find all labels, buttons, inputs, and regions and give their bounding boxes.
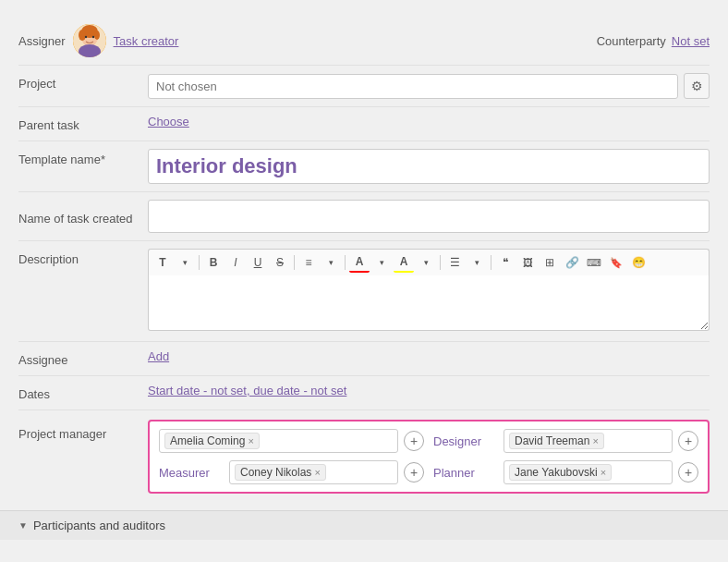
toolbar-link-btn[interactable]: 🔗 [562,252,582,273]
task-name-row: Name of task created [18,192,710,240]
parent-task-content: Choose [148,115,710,128]
participants-label: Participants and auditors [33,519,165,532]
description-label: Description [18,249,148,266]
toolbar-strike-btn[interactable]: S [270,252,290,273]
toolbar-italic-btn[interactable]: I [225,252,246,273]
designer-remove[interactable]: × [592,436,598,446]
svg-point-3 [79,30,86,41]
measurer-add-btn[interactable]: + [404,462,424,483]
form-area: Assigner [0,9,728,507]
pm-manager-add-btn[interactable]: + [404,431,424,451]
measurer-tag: Coney Nikolas × [235,464,326,481]
sep5 [491,255,491,270]
toolbar-list-dropdown-btn[interactable]: ▾ [467,252,487,273]
planner-tag: Jane Yakubovski × [509,464,612,481]
template-name-input[interactable] [148,149,710,184]
pm-section: Amelia Coming × + Designer David Treeman… [148,420,710,494]
measurer-label-inline: Measurer [159,466,224,480]
toolbar-bold-btn[interactable]: B [203,252,224,273]
svg-point-5 [84,36,86,38]
sep4 [440,255,441,270]
svg-point-4 [94,31,100,40]
planner-row: Planner Jane Yakubovski × + [433,460,698,484]
designer-name: David Treeman [515,434,589,447]
task-name-content [148,200,710,233]
choose-link[interactable]: Choose [148,115,189,128]
planner-add-btn[interactable]: + [678,462,698,483]
assignee-row: Assignee Add [18,342,710,375]
assignee-content: Add [148,349,710,363]
toolbar-list-btn[interactable]: ☰ [444,252,465,273]
measurer-row: Measurer Coney Nikolas × + [159,460,424,484]
dates-value[interactable]: Start date - not set, due date - not set [148,384,346,397]
dates-label: Dates [18,384,148,401]
task-name-label: Name of task created [18,208,148,226]
template-name-content [148,149,710,184]
avatar [73,24,106,57]
toolbar-dropdown-btn[interactable]: ▾ [175,252,195,273]
add-assignee-link[interactable]: Add [148,349,169,363]
toolbar-code-btn[interactable]: ⌨ [584,252,604,273]
toolbar-bookmark-btn[interactable]: 🔖 [606,252,626,273]
counterparty-section: Counterparty Not set [597,34,710,48]
template-name-row: Template name* [18,141,710,191]
measurer-name: Coney Nikolas [240,466,311,479]
main-container: Assigner [0,0,728,549]
toolbar-underline-btn[interactable]: U [248,252,268,273]
toolbar-align-btn[interactable]: ≡ [298,252,319,273]
measurer-tag-input: Coney Nikolas × [229,460,398,484]
designer-tag-input: David Treeman × [504,429,673,453]
toolbar-text-btn[interactable]: T [152,252,173,273]
planner-remove[interactable]: × [601,468,606,478]
description-textarea[interactable] [148,275,710,331]
template-name-label: Template name* [18,149,148,166]
toolbar-bgcolor-dropdown-btn[interactable]: ▾ [416,252,436,273]
pm-manager-tag-input: Amelia Coming × [159,429,398,453]
project-label: Project [18,73,148,91]
pm-manager-name: Amelia Coming [170,434,245,447]
participants-section-header[interactable]: ▼ Participants and auditors [0,510,728,540]
sep2 [294,255,295,270]
dates-content: Start date - not set, due date - not set [148,384,710,397]
planner-label: Planner [433,466,498,480]
pm-manager-tag: Amelia Coming × [164,433,260,449]
toolbar-bgcolor-btn[interactable]: A [394,252,414,273]
counterparty-label: Counterparty [597,34,666,48]
counterparty-value[interactable]: Not set [672,34,710,48]
toolbar-fontcolor-btn[interactable]: A [349,252,370,273]
toolbar-table-btn[interactable]: ⊞ [540,252,560,273]
assigner-row: Assigner [18,17,710,66]
toolbar-image-btn[interactable]: 🖼 [517,252,538,273]
pm-manager-row: Amelia Coming × + [159,429,424,453]
chevron-down-icon: ▼ [18,520,28,531]
parent-task-label: Parent task [18,115,148,132]
description-toolbar: T ▾ B I U S ≡ ▾ A ▾ A ▾ ☰ [148,249,710,275]
measurer-remove[interactable]: × [314,468,320,478]
assigner-label: Assigner [18,34,66,48]
assigner-name[interactable]: Task creator [114,34,179,48]
designer-label: Designer [433,434,498,448]
assigner-left: Assigner [18,24,178,57]
description-content: T ▾ B I U S ≡ ▾ A ▾ A ▾ ☰ [148,249,710,334]
designer-row: Designer David Treeman × + [433,429,698,453]
toolbar-emoji-btn[interactable]: 😁 [628,252,649,273]
pm-content: Amelia Coming × + Designer David Treeman… [148,416,710,494]
svg-point-6 [91,36,93,38]
sep1 [199,255,200,270]
description-row: Description T ▾ B I U S ≡ ▾ A ▾ A [18,241,710,341]
toolbar-align-dropdown-btn[interactable]: ▾ [321,252,341,273]
project-content: ⚙ [148,73,710,99]
task-name-input[interactable] [148,200,710,233]
pm-manager-remove[interactable]: × [248,436,253,446]
planner-tag-input: Jane Yakubovski × [504,460,673,484]
designer-tag: David Treeman × [509,433,604,449]
pm-row: Project manager Amelia Coming × + [18,410,710,499]
designer-add-btn[interactable]: + [678,431,698,451]
gear-button[interactable]: ⚙ [684,73,710,99]
parent-task-row: Parent task Choose [18,107,710,140]
dates-row: Dates Start date - not set, due date - n… [18,376,710,409]
project-input[interactable] [148,74,678,99]
project-row: Project ⚙ [18,66,710,106]
toolbar-quote-btn[interactable]: ❝ [495,252,516,273]
toolbar-fontcolor-dropdown-btn[interactable]: ▾ [371,252,392,273]
